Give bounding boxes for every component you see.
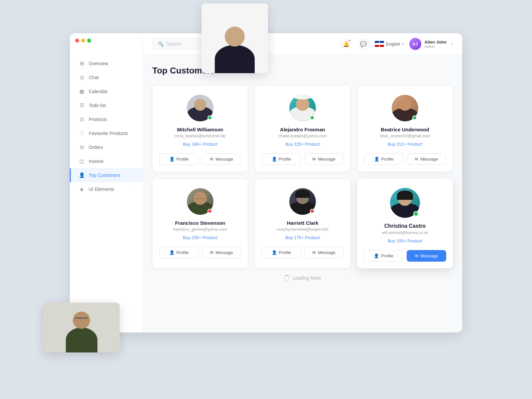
customer-email-6: will.emmett@feeney.co.uk [364,230,446,235]
status-indicator-2 [310,115,315,120]
card-actions-2: 👤 Profile ✉ Message [262,153,343,165]
profile-label: Profile [177,157,189,162]
avatar-wrapper-3 [392,95,418,121]
sidebar-item-label: Top Customers [89,173,120,178]
loading-label: Loading More [293,275,321,281]
customer-email-5: murphy.herminia@mayer.info [262,227,343,232]
page-content: Top Customers [143,55,462,332]
chevron-right-icon: › [133,187,135,191]
loading-spinner [284,275,290,281]
message-icon: ✉ [415,157,418,162]
sidebar-item-invoice[interactable]: ◫ Invoice [70,154,143,168]
page-title: Top Customers [152,66,453,76]
language-label: English [386,42,400,47]
sidebar-item-products[interactable]: ⊡ Products [70,112,143,126]
message-button-5[interactable]: ✉ Message [304,247,343,258]
customer-purchases-6[interactable]: Buy 155+ Product [364,238,446,243]
profile-label: Profile [279,250,291,255]
profile-label: Profile [177,250,189,255]
card-actions-3: 👤 Profile ✉ Message [364,153,446,165]
status-indicator-5 [310,209,315,213]
calendar-icon: ▦ [79,88,85,94]
message-icon: ✉ [312,157,316,162]
favourite-icon: ♡ [79,130,85,136]
sidebar-item-label: Favourite Products [89,131,128,136]
customer-purchases-2[interactable]: Buy 225+ Product [262,142,343,147]
profile-icon: 👤 [169,157,175,162]
chat-icon: ◎ [79,74,85,80]
message-label: Message [421,253,438,258]
card-actions-1: 👤 Profile ✉ Message [159,153,241,165]
customer-purchases-3[interactable]: Buy 212+ Product [364,142,446,147]
messages-button[interactable]: 💬 [357,38,369,50]
notifications-button[interactable]: 🔔 [340,38,352,50]
customer-name-5: Harriett Clark [262,220,343,226]
customer-card-3: Beatrice Underwood elsie_emmerich@gmail.… [357,85,453,172]
message-label: Message [318,250,335,255]
avatar-wrapper-1 [187,95,213,121]
minimize-button[interactable] [81,39,85,43]
avatar-wrapper-4 [187,188,213,215]
message-button-2[interactable]: ✉ Message [304,153,343,165]
profile-button-2[interactable]: 👤 Profile [262,153,301,165]
message-button-1[interactable]: ✉ Message [202,153,241,165]
profile-label: Profile [381,157,394,162]
sidebar-item-calendar[interactable]: ▦ Calendar [70,84,143,98]
profile-button-5[interactable]: 👤 Profile [262,247,301,258]
customer-email-4: francisco_gienna@yahoo.com [159,227,241,232]
user-avatar: AJ [409,38,421,50]
message-button-4[interactable]: ✉ Message [202,247,241,258]
language-selector[interactable]: English ▾ [375,41,404,47]
sidebar-item-overview[interactable]: ⊞ Overview [70,57,143,70]
message-label: Message [215,157,233,162]
profile-button-1[interactable]: 👤 Profile [159,153,199,165]
card-actions-5: 👤 Profile ✉ Message [262,247,343,258]
todo-icon: ☰ [79,102,85,108]
notification-badge [348,39,351,42]
user-name: Alien John [425,40,447,45]
customer-purchases-4[interactable]: Buy 235+ Product [159,235,241,240]
ui-elements-icon: ◈ [79,186,85,192]
user-details: Alien John Admin [425,40,447,49]
customer-card-2: Alejandro Freeman chadd.koelpin@yahoo.co… [255,85,350,172]
sidebar-item-todo[interactable]: ☰ Todo list [70,98,143,112]
avatar-wrapper-5 [289,188,316,215]
card-actions-4: 👤 Profile ✉ Message [159,247,241,258]
sidebar-item-label: Calendar [89,89,108,94]
customer-email-3: elsie_emmerich@gmail.com [364,134,446,138]
customer-name-4: Francisco Stevenson [159,220,241,226]
user-menu[interactable]: AJ Alien John Admin ▾ [409,38,453,50]
products-icon: ⊡ [79,116,85,122]
top-customers-icon: 👤 [79,172,85,178]
search-icon: 🔍 [158,41,164,47]
maximize-button[interactable] [87,39,91,43]
message-button-3[interactable]: ✉ Message [407,153,446,165]
customer-purchases-1[interactable]: Buy 190+ Product [159,142,241,147]
flag-icon [375,41,384,47]
sidebar-item-label: Invoice [89,159,103,164]
header-right: 🔔 💬 English ▾ [340,38,453,50]
close-button[interactable] [75,39,79,43]
sidebar-item-top-customers[interactable]: 👤 Top Customers [70,168,143,182]
message-label: Message [318,157,335,162]
status-indicator-1 [207,115,212,120]
main-window: ⊞ Overview ◎ Chat ▦ Calendar ☰ Todo list… [70,33,462,332]
status-indicator-6 [413,211,419,216]
sidebar-item-favourite[interactable]: ♡ Favourite Products [70,126,143,140]
profile-button-6[interactable]: 👤 Profile [364,250,403,262]
customer-name-3: Beatrice Underwood [364,127,446,132]
sidebar-item-chat[interactable]: ◎ Chat [70,70,143,84]
profile-label: Profile [381,253,393,258]
header: 🔍 Search 🔔 💬 [143,33,462,55]
floating-avatar-top [201,3,268,73]
customer-purchases-5[interactable]: Buy 175+ Product [262,235,343,240]
user-role: Admin [425,45,447,49]
customer-name-2: Alejandro Freeman [262,127,343,132]
sidebar-item-orders[interactable]: ⊟ Orders [70,140,143,154]
profile-button-3[interactable]: 👤 Profile [364,153,403,165]
message-button-6[interactable]: ✉ Message [407,250,446,262]
card-actions-6: 👤 Profile ✉ Message [364,250,446,262]
profile-button-4[interactable]: 👤 Profile [159,247,199,258]
profile-icon: 👤 [272,157,277,162]
sidebar-item-ui-elements[interactable]: ◈ UI Elements › [70,182,143,196]
